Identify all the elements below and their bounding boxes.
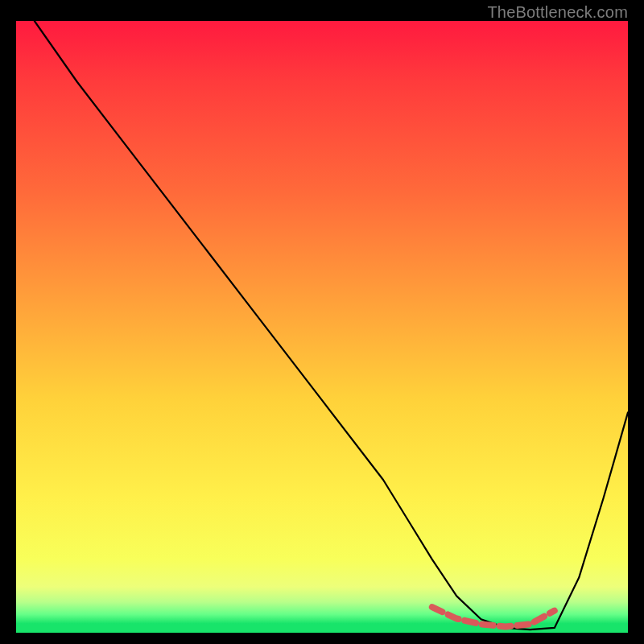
bottleneck-curve-path (35, 21, 628, 630)
highlight-band-path (432, 607, 555, 626)
watermark-text: TheBottleneck.com (487, 3, 628, 22)
chart-plot-area (16, 21, 628, 633)
chart-svg (16, 21, 628, 633)
